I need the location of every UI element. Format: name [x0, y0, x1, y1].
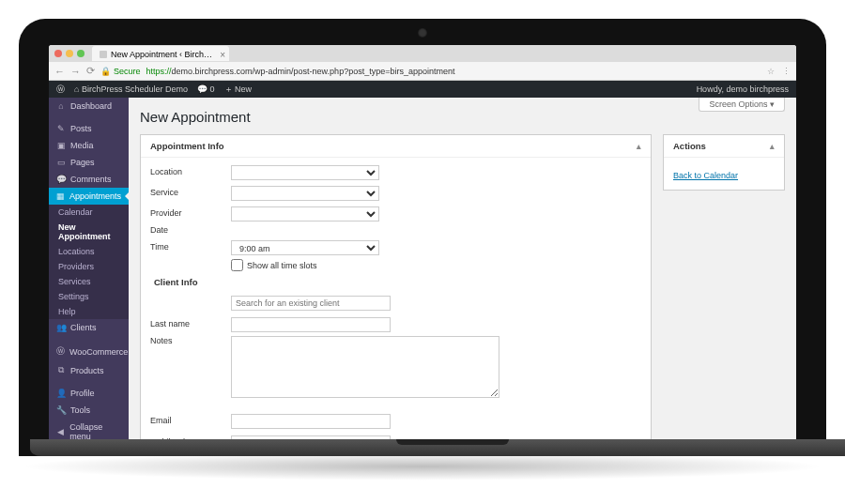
sidebar-item-media[interactable]: ▣Media — [49, 137, 129, 154]
adminbar-new[interactable]: ＋ New — [224, 84, 253, 96]
secure-label: Secure — [114, 67, 141, 76]
sidebar-item-woocommerce[interactable]: ⓦWooCommerce — [49, 342, 129, 361]
adminbar-howdy[interactable]: Howdy, demo birchpress — [697, 84, 789, 94]
actions-header[interactable]: Actions▴ — [664, 135, 784, 158]
media-icon: ▣ — [56, 141, 66, 150]
laptop-base — [30, 439, 845, 456]
label-provider: Provider — [150, 208, 231, 218]
wp-adminbar: ⓦ ⌂ BirchPress Scheduler Demo 💬 0 ＋ New … — [49, 81, 796, 98]
pin-icon: ✎ — [56, 124, 66, 133]
label-date: Date — [150, 225, 231, 235]
woo-icon: ⓦ — [56, 345, 65, 358]
content-area: Screen Options ▾ New Appointment Appoint… — [129, 98, 796, 439]
tab-title: New Appointment ‹ Birch… — [111, 50, 212, 59]
sidebar-item-posts[interactable]: ✎Posts — [49, 120, 129, 137]
label-service: Service — [150, 188, 231, 197]
sidebar-submenu: Calendar New Appointment Locations Provi… — [49, 205, 129, 319]
home-icon: ⌂ — [74, 84, 79, 94]
nav-reload-icon[interactable]: ⟳ — [86, 65, 95, 77]
email-input[interactable] — [231, 414, 391, 429]
tools-icon: 🔧 — [56, 405, 66, 415]
page-title: New Appointment — [140, 109, 785, 125]
time-select[interactable]: 9:00 am — [231, 240, 379, 255]
window-controls — [54, 50, 84, 57]
collapse-box-icon[interactable]: ▴ — [637, 142, 641, 151]
label-email: Email — [150, 416, 231, 425]
actions-box: Actions▴ Back to Calendar — [663, 134, 785, 191]
client-info-header: Client Info — [150, 271, 641, 293]
profile-icon: 👤 — [56, 389, 66, 398]
nav-back-icon[interactable]: ← — [54, 66, 65, 77]
label-lastname: Last name — [150, 319, 231, 328]
comments-icon: 💬 — [56, 175, 66, 184]
back-to-calendar-link[interactable]: Back to Calendar — [673, 171, 738, 180]
url-display[interactable]: https://demo.birchpress.com/wp-admin/pos… — [146, 67, 761, 76]
client-search-input[interactable] — [231, 296, 391, 311]
adminbar-comments[interactable]: 💬 0 — [197, 84, 215, 94]
comment-icon: 💬 — [197, 84, 207, 94]
pages-icon: ▭ — [56, 158, 66, 167]
dashboard-icon: ⌂ — [56, 101, 66, 111]
label-location: Location — [150, 167, 231, 176]
screen-options-toggle[interactable]: Screen Options ▾ — [699, 98, 785, 112]
sub-services[interactable]: Services — [49, 274, 129, 289]
calendar-icon: ▦ — [56, 191, 65, 201]
laptop-camera — [418, 28, 427, 38]
label-time: Time — [150, 242, 231, 252]
star-icon[interactable]: ☆ — [767, 67, 775, 76]
tab-favicon — [100, 51, 107, 58]
lock-icon: 🔒 — [100, 67, 111, 76]
label-showall: Show all time slots — [247, 261, 317, 270]
laptop-shadow — [19, 452, 826, 481]
sidebar-item-profile[interactable]: 👤Profile — [49, 385, 129, 402]
adminbar-site[interactable]: ⌂ BirchPress Scheduler Demo — [74, 84, 188, 94]
sub-new-appointment[interactable]: New Appointment — [49, 220, 129, 244]
box-header[interactable]: Appointment Info▴ — [141, 135, 651, 158]
maximize-window-icon[interactable] — [77, 50, 84, 57]
location-select[interactable] — [231, 165, 379, 180]
collapse-actions-icon[interactable]: ▴ — [770, 142, 775, 151]
admin-sidebar: ⌂Dashboard ✎Posts ▣Media ▭Pages 💬Comment… — [49, 98, 129, 439]
sidebar-item-appointments[interactable]: ▦Appointments — [49, 188, 129, 205]
service-select[interactable] — [231, 186, 379, 201]
clients-icon: 👥 — [56, 323, 66, 332]
browser-addressbar: ← → ⟳ 🔒 Secure https://demo.birchpress.c… — [49, 62, 796, 81]
sub-calendar[interactable]: Calendar — [49, 205, 129, 220]
collapse-icon: ◀ — [56, 427, 65, 436]
sidebar-item-pages[interactable]: ▭Pages — [49, 154, 129, 171]
browser-tabbar: New Appointment ‹ Birch… × — [49, 45, 796, 62]
label-notes: Notes — [150, 336, 231, 345]
sidebar-item-clients[interactable]: 👥Clients — [49, 319, 129, 336]
appointment-info-box: Appointment Info▴ Location Service Provi… — [140, 134, 652, 439]
sidebar-item-products[interactable]: ⧉Products — [49, 361, 129, 379]
browser-tab[interactable]: New Appointment ‹ Birch… × — [92, 46, 229, 61]
menu-icon[interactable]: ⋮ — [782, 67, 791, 76]
tab-close-icon[interactable]: × — [220, 50, 225, 60]
sub-settings[interactable]: Settings — [49, 289, 129, 304]
lastname-input[interactable] — [231, 317, 391, 332]
show-all-slots-checkbox[interactable] — [231, 259, 243, 271]
plus-icon: ＋ — [224, 84, 233, 94]
wp-logo-icon[interactable]: ⓦ — [56, 84, 65, 96]
minimize-window-icon[interactable] — [66, 50, 73, 57]
sidebar-item-tools[interactable]: 🔧Tools — [49, 402, 129, 419]
sidebar-item-dashboard[interactable]: ⌂Dashboard — [49, 98, 129, 115]
products-icon: ⧉ — [56, 365, 66, 375]
sub-help[interactable]: Help — [49, 304, 129, 319]
close-window-icon[interactable] — [54, 50, 62, 57]
sub-providers[interactable]: Providers — [49, 259, 129, 274]
sidebar-item-comments[interactable]: 💬Comments — [49, 171, 129, 188]
provider-select[interactable] — [231, 206, 379, 221]
sidebar-collapse[interactable]: ◀Collapse menu — [49, 419, 129, 439]
secure-indicator: 🔒 Secure — [100, 67, 141, 76]
nav-forward-icon[interactable]: → — [70, 66, 81, 77]
sub-locations[interactable]: Locations — [49, 244, 129, 259]
notes-textarea[interactable] — [231, 336, 499, 398]
